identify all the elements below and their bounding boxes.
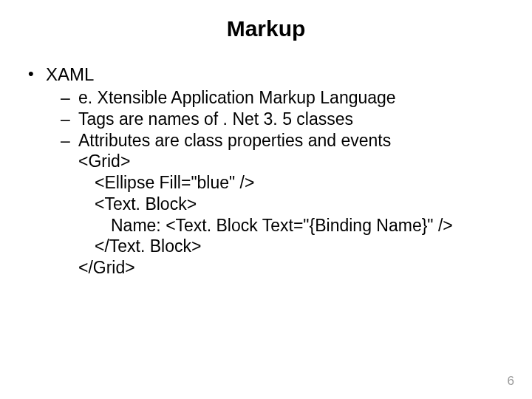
slide-content: XAML e. Xtensible Application Markup Lan… [25, 64, 502, 282]
slide-title: Markup [0, 16, 532, 41]
list-item: Attributes are class properties and even… [56, 130, 502, 151]
code-line: </Grid> [78, 257, 502, 279]
list-item: Tags are names of . Net 3. 5 classes [56, 109, 502, 130]
bullet-text: Attributes are class properties and even… [78, 131, 391, 150]
code-line: Name: <Text. Block Text="{Binding Name}"… [78, 215, 502, 236]
bullet-text: Tags are names of . Net 3. 5 classes [78, 109, 353, 129]
bullet-text: XAML [46, 64, 94, 84]
code-line: <Grid> [78, 151, 502, 172]
bullet-list-level2: e. Xtensible Application Markup Language… [46, 87, 502, 151]
code-block: <Grid> <Ellipse Fill="blue" /> <Text. Bl… [78, 151, 502, 279]
code-line: </Text. Block> [78, 236, 502, 257]
page-number: 6 [508, 374, 514, 389]
slide: Markup XAML e. Xtensible Application Mar… [0, 0, 532, 399]
list-item: XAML e. Xtensible Application Markup Lan… [25, 64, 502, 279]
bullet-list-level1: XAML e. Xtensible Application Markup Lan… [25, 64, 502, 279]
list-item: e. Xtensible Application Markup Language [56, 87, 502, 109]
code-line: <Text. Block> [78, 194, 502, 215]
code-line: <Ellipse Fill="blue" /> [78, 172, 502, 194]
bullet-text: e. Xtensible Application Markup Language [78, 88, 396, 107]
